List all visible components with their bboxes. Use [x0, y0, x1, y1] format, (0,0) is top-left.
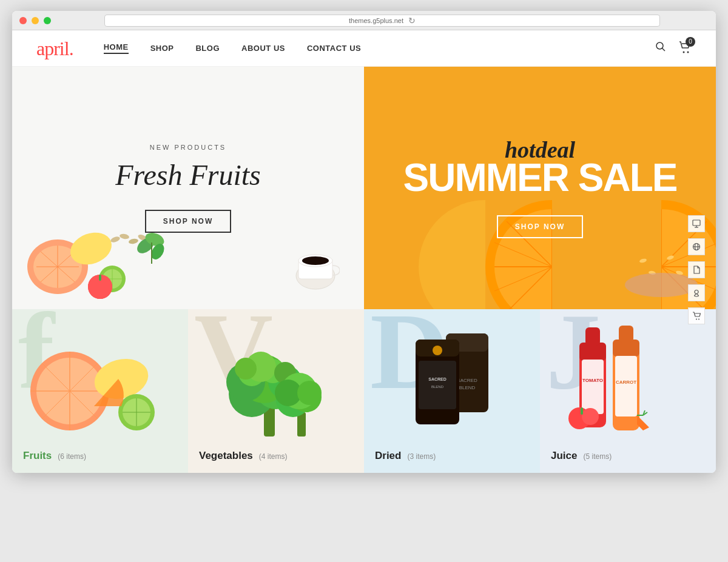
- svg-text:CARROT: CARROT: [616, 380, 636, 385]
- category-count-dried: (3 items): [407, 452, 436, 461]
- svg-point-104: [582, 408, 599, 425]
- refresh-icon[interactable]: ↻: [408, 16, 416, 25]
- sidebar-tools: [688, 215, 705, 324]
- navbar: april. HOME SHOP BLOG ABOUT US CONTACT U…: [12, 30, 716, 67]
- svg-rect-109: [693, 220, 700, 226]
- svg-point-29: [298, 255, 332, 267]
- logo-dot: .: [69, 38, 73, 59]
- svg-point-92: [433, 346, 442, 355]
- sidebar-cart-icon[interactable]: [688, 307, 705, 324]
- svg-line-1: [662, 49, 666, 52]
- svg-point-22: [146, 239, 156, 245]
- svg-point-116: [696, 319, 697, 320]
- titlebar: themes.g5plus.net ↻: [12, 11, 716, 30]
- svg-rect-17: [99, 275, 101, 281]
- sidebar-monitor-icon[interactable]: [688, 215, 705, 232]
- svg-rect-96: [582, 360, 604, 414]
- category-content-dried: Dried (3 items): [375, 450, 529, 462]
- category-juice[interactable]: J TOMATO CARROT: [540, 309, 716, 473]
- seeds-decoration: [109, 230, 158, 249]
- svg-point-24: [144, 230, 166, 249]
- nav-contact[interactable]: CONTACT US: [307, 44, 361, 53]
- category-dried[interactable]: D SACRED BLEND SACRED BLEND: [364, 309, 540, 473]
- coffee-decoration: [291, 243, 340, 291]
- cart-badge: 0: [686, 37, 695, 47]
- svg-line-8: [41, 252, 75, 282]
- svg-point-16: [88, 275, 112, 299]
- svg-point-23: [134, 235, 157, 256]
- shop-now-button-right[interactable]: SHOP NOW: [497, 215, 583, 238]
- sidebar-globe-icon[interactable]: [688, 238, 705, 255]
- hero-section: NEW PRODUCTS Fresh Fruits SHOP NOW: [12, 67, 716, 309]
- summer-sale-text: SUMMER SALE: [403, 158, 677, 197]
- svg-point-10: [66, 227, 116, 270]
- url-bar[interactable]: themes.g5plus.net ↻: [104, 15, 660, 27]
- maximize-button[interactable]: [44, 17, 51, 24]
- category-name-dried: Dried: [375, 450, 401, 462]
- url-text: themes.g5plus.net: [349, 17, 403, 24]
- svg-point-117: [698, 319, 699, 320]
- svg-text:TOMATO: TOMATO: [582, 378, 603, 383]
- hero-right: hotdeal SUMMER SALE SHOP NOW: [364, 67, 716, 309]
- svg-point-115: [695, 290, 698, 294]
- hero-title: Fresh Fruits: [115, 158, 261, 192]
- dried-image: SACRED BLEND SACRED BLEND: [364, 315, 540, 443]
- category-content-fruits: Fruits (6 items): [23, 450, 177, 462]
- search-icon[interactable]: [655, 41, 666, 55]
- nav-about[interactable]: ABOUT US: [241, 44, 285, 53]
- svg-point-12: [103, 269, 122, 289]
- svg-point-25: [149, 241, 167, 261]
- juice-image: TOMATO CARROT: [540, 312, 716, 446]
- svg-rect-105: [581, 407, 583, 415]
- nav-links: HOME SHOP BLOG ABOUT US CONTACT US: [104, 42, 655, 54]
- fruit-decoration-left: [24, 200, 133, 297]
- svg-rect-95: [585, 327, 600, 346]
- svg-text:BLEND: BLEND: [459, 385, 476, 390]
- close-button[interactable]: [19, 17, 27, 24]
- vegetables-image: [188, 321, 364, 443]
- svg-point-27: [296, 263, 335, 289]
- sidebar-file-icon[interactable]: [688, 261, 705, 278]
- category-name-vegetables: Vegetables: [199, 450, 253, 462]
- cart-icon[interactable]: 0: [678, 41, 692, 56]
- nav-home[interactable]: HOME: [104, 42, 129, 54]
- category-content-vegetables: Vegetables (4 items): [199, 450, 353, 462]
- svg-text:SACRED: SACRED: [457, 378, 477, 383]
- svg-point-3: [687, 51, 689, 53]
- browser-window: themes.g5plus.net ↻ april. HOME SHOP BLO…: [12, 11, 716, 473]
- fruits-image: [12, 318, 188, 440]
- svg-line-9: [41, 252, 75, 282]
- logo[interactable]: april.: [36, 39, 73, 58]
- svg-text:SACRED: SACRED: [428, 377, 447, 381]
- svg-rect-101: [615, 356, 637, 416]
- svg-point-5: [33, 246, 82, 288]
- nav-blog[interactable]: BLOG: [195, 44, 220, 53]
- hero-subtitle: NEW PRODUCTS: [150, 144, 226, 151]
- svg-point-2: [683, 51, 685, 53]
- logo-text: april: [36, 38, 69, 59]
- hero-left: NEW PRODUCTS Fresh Fruits SHOP NOW: [12, 67, 364, 309]
- svg-point-19: [119, 233, 129, 240]
- category-fruits[interactable]: f: [12, 309, 188, 473]
- content-area: NEW PRODUCTS Fresh Fruits SHOP NOW: [12, 67, 716, 473]
- nav-icons: 0: [655, 41, 692, 56]
- sidebar-pin-icon[interactable]: [688, 284, 705, 301]
- category-name-fruits: Fruits: [23, 450, 52, 462]
- svg-point-18: [110, 236, 121, 244]
- shop-now-button-left[interactable]: SHOP NOW: [145, 210, 231, 233]
- svg-point-0: [656, 42, 663, 49]
- svg-point-15: [88, 275, 112, 299]
- category-count-vegetables: (4 items): [259, 452, 288, 461]
- nav-shop[interactable]: SHOP: [150, 44, 174, 53]
- svg-rect-100: [619, 326, 633, 343]
- category-count-juice: (5 items): [583, 452, 612, 461]
- svg-point-4: [27, 239, 88, 294]
- svg-text:BLEND: BLEND: [431, 385, 444, 389]
- category-count-fruits: (6 items): [58, 452, 86, 461]
- minimize-button[interactable]: [32, 17, 39, 24]
- svg-point-53: [625, 273, 698, 297]
- category-vegetables[interactable]: V: [188, 309, 364, 473]
- tomato-decoration: [85, 270, 115, 300]
- svg-point-20: [128, 238, 138, 245]
- categories-section: f: [12, 309, 716, 473]
